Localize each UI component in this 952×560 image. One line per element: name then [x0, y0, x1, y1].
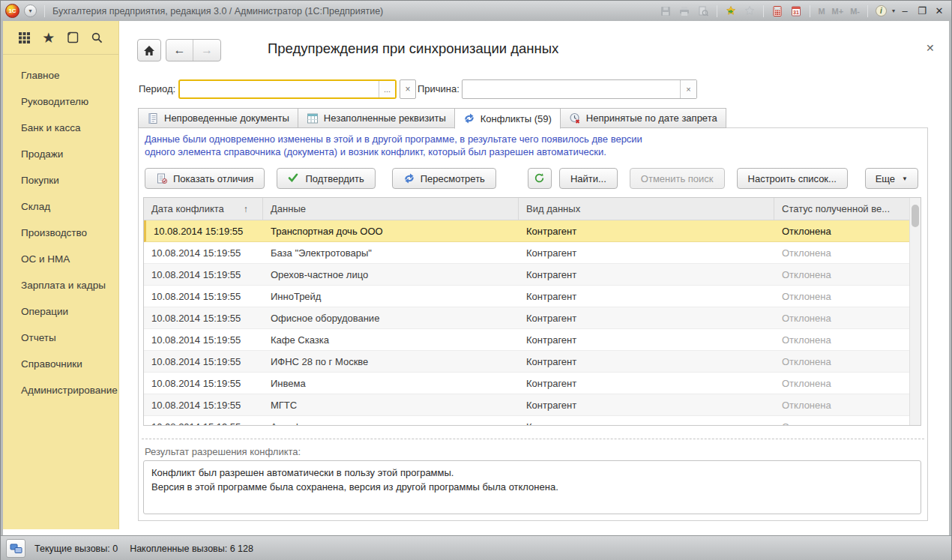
status-bar: Текущие вызовы: 0 Накопленные вызовы: 6 …	[1, 535, 951, 560]
scrollbar-thumb[interactable]	[912, 205, 919, 227]
separator	[867, 5, 868, 17]
memory-m-plus-button[interactable]: M+	[830, 7, 846, 16]
memory-m-button[interactable]: M	[816, 7, 827, 16]
cell-conflict-date: 10.08.2014 15:19:55	[144, 286, 263, 307]
tab-3[interactable]: Непринятые по дате запрета	[560, 108, 726, 128]
sidebar-menu: ГлавноеРуководителюБанк и кассаПродажиПо…	[3, 55, 118, 403]
more-button[interactable]: Еще ▼	[865, 168, 918, 189]
table-row[interactable]: 10.08.2014 15:19:55Офисное оборудованиеК…	[144, 307, 909, 329]
refresh-button[interactable]	[528, 168, 552, 189]
server-calls-icon[interactable]	[6, 539, 25, 558]
column-header-kind[interactable]: Вид данных	[519, 198, 774, 220]
period-ellipsis-button[interactable]: ...	[379, 81, 395, 97]
cell-conflict-date: 10.08.2014 15:19:55	[144, 242, 263, 263]
table-row[interactable]: 10.08.2014 15:19:55ИнноТрейдКонтрагентОт…	[144, 286, 909, 307]
cell-data: Инвема	[263, 373, 519, 394]
cell-conflict-date: 10.08.2014 15:19:55	[144, 394, 263, 415]
info-dropdown-icon[interactable]: ▾	[892, 7, 895, 14]
sections-menu-icon[interactable]	[16, 29, 32, 46]
sidebar-item-4[interactable]: Покупки	[3, 167, 118, 193]
favorites-star-icon[interactable]: ★	[40, 29, 57, 46]
cell-data: ИнноТрейд	[263, 286, 519, 307]
cell-conflict-date: 10.08.2014 15:19:55	[144, 373, 263, 394]
find-button[interactable]: Найти...	[559, 168, 618, 189]
print-preview-icon[interactable]	[695, 4, 711, 19]
sidebar-item-3[interactable]: Продажи	[3, 141, 118, 167]
table-row[interactable]: 10.08.2014 15:19:55База "Электротовары"К…	[144, 242, 909, 264]
period-input[interactable]	[180, 81, 379, 97]
reason-input[interactable]	[463, 80, 680, 98]
sidebar-item-6[interactable]: Производство	[3, 220, 118, 246]
tab-1[interactable]: Незаполненные реквизиты	[298, 108, 455, 128]
table-row[interactable]: 10.08.2014 15:19:55АэрофлотКонтрагентОтк…	[144, 416, 909, 425]
table-row[interactable]: 10.08.2014 15:19:55Орехов-частное лицоКо…	[144, 264, 909, 286]
review-button[interactable]: Пересмотреть	[392, 168, 496, 189]
cell-kind: Контрагент	[519, 373, 774, 394]
tab-label: Непроведенные документы	[164, 112, 289, 124]
memory-m-minus-button[interactable]: M-	[848, 7, 862, 16]
save-icon[interactable]	[657, 4, 674, 19]
sidebar-item-2[interactable]: Банк и касса	[3, 115, 118, 141]
calendar-icon[interactable]: 31	[788, 4, 804, 19]
cell-kind: Контрагент	[519, 242, 774, 263]
reason-clear-button[interactable]: ×	[680, 80, 696, 98]
cell-kind: Контрагент	[519, 394, 774, 415]
document-icon	[147, 112, 159, 124]
sidebar-item-12[interactable]: Администрирование	[3, 377, 118, 403]
window-title: Бухгалтерия предприятия, редакция 3.0 / …	[52, 6, 383, 16]
conflict-arrows-icon	[463, 112, 475, 124]
minimize-button[interactable]: –	[897, 5, 912, 16]
cell-conflict-date: 10.08.2014 15:19:55	[146, 220, 263, 241]
column-header-status[interactable]: Статус полученной ве...	[774, 198, 909, 220]
sidebar-item-0[interactable]: Главное	[3, 62, 118, 88]
table-row[interactable]: 10.08.2014 15:19:55Кафе СказкаКонтрагент…	[144, 329, 909, 351]
table-row[interactable]: 10.08.2014 15:19:55ИнвемаКонтрагентОткло…	[144, 373, 909, 394]
tab-2[interactable]: Конфликты (59)	[454, 108, 561, 129]
clock-ban-icon	[569, 112, 581, 124]
period-clear-button[interactable]: ×	[400, 79, 416, 99]
column-header-date[interactable]: Дата конфликта ↑	[144, 198, 263, 220]
sidebar-item-11[interactable]: Справочники	[3, 351, 118, 377]
favorites-icon[interactable]	[741, 4, 758, 19]
tab-strip: Непроведенные документыНезаполненные рек…	[138, 108, 726, 129]
sidebar-item-7[interactable]: ОС и НМА	[3, 246, 118, 272]
sidebar-item-10[interactable]: Отчеты	[3, 325, 118, 351]
cell-conflict-date: 10.08.2014 15:19:55	[144, 264, 263, 285]
confirm-button[interactable]: Подтвердить	[277, 168, 375, 189]
tab-0[interactable]: Непроведенные документы	[138, 108, 298, 128]
table-row[interactable]: 10.08.2014 15:19:55ИФНС 28 по г МосквеКо…	[144, 351, 909, 373]
add-to-favorites-icon[interactable]	[723, 4, 739, 19]
more-label: Еще	[876, 173, 895, 184]
sidebar: ★ ГлавноеРуководителюБанк и кассаПродажи…	[3, 21, 119, 529]
vertical-scrollbar[interactable]	[909, 198, 921, 425]
back-button[interactable]: ←	[166, 40, 193, 61]
main-menu-dropdown-button[interactable]: ▾	[24, 4, 37, 17]
calculator-icon[interactable]	[769, 4, 786, 19]
sidebar-item-5[interactable]: Склад	[3, 193, 118, 220]
history-icon[interactable]	[64, 29, 81, 46]
configure-list-button[interactable]: Настроить список...	[737, 168, 848, 189]
sidebar-item-1[interactable]: Руководителю	[3, 88, 118, 115]
search-icon[interactable]	[89, 29, 106, 46]
close-button[interactable]: ✕	[932, 5, 947, 16]
cancel-search-button[interactable]: Отменить поиск	[630, 168, 725, 189]
configure-list-label: Настроить список...	[748, 173, 837, 184]
reason-label: Причина:	[418, 79, 460, 99]
cell-data: База "Электротовары"	[263, 242, 519, 263]
sidebar-item-9[interactable]: Операции	[3, 298, 118, 325]
show-differences-button[interactable]: Показать отличия	[145, 168, 265, 189]
table-row[interactable]: 10.08.2014 15:19:55МГТСКонтрагентОтклоне…	[144, 394, 909, 416]
cell-data: Кафе Сказка	[263, 329, 519, 350]
print-icon[interactable]	[676, 4, 693, 19]
cell-data: Офисное оборудование	[263, 307, 519, 328]
table-body: 10.08.2014 15:19:55Транспортная дочь ООО…	[144, 220, 909, 425]
maximize-button[interactable]: ❐	[915, 5, 930, 16]
table-row[interactable]: 10.08.2014 15:19:55Транспортная дочь ООО…	[144, 220, 909, 242]
sidebar-item-8[interactable]: Зарплата и кадры	[3, 272, 118, 298]
column-header-data[interactable]: Данные	[263, 198, 519, 220]
cell-status: Отклонена	[774, 416, 909, 425]
page-close-icon[interactable]: ✕	[926, 42, 935, 54]
home-button[interactable]	[137, 39, 161, 61]
info-icon[interactable]: i	[873, 4, 890, 19]
forward-button[interactable]: →	[193, 40, 220, 61]
